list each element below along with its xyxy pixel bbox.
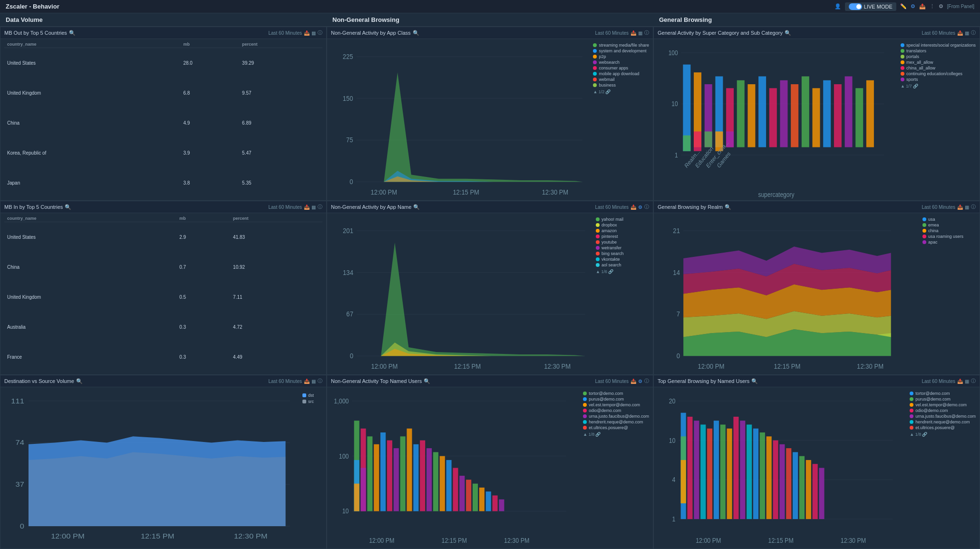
download2-icon[interactable]: 📥 (631, 30, 636, 36)
legend-color-dot (596, 229, 600, 233)
legend-color-dot (910, 414, 913, 418)
svg-rect-112 (433, 452, 438, 511)
info3-icon[interactable]: ⓘ (971, 29, 976, 36)
download5-icon[interactable]: 📥 (631, 205, 636, 210)
download9-icon[interactable]: 📥 (957, 379, 963, 384)
panel-top-users-non-controls: Last 60 Minutes 📥 ⚙ ⓘ (595, 378, 649, 384)
filter6-icon[interactable]: ⚙ (638, 205, 642, 210)
svg-text:37: 37 (15, 480, 24, 488)
filter10-icon[interactable]: ▦ (965, 379, 969, 384)
filter2-icon[interactable]: ▦ (311, 30, 316, 36)
info4-icon[interactable]: ⓘ (318, 204, 322, 210)
svg-rect-21 (683, 136, 690, 151)
legend-item: china (922, 228, 976, 233)
svg-text:0: 0 (20, 522, 24, 530)
svg-rect-148 (760, 432, 765, 519)
panel-app-name-body: 201 134 67 0 12:00 PM 12:15 PM 12:30 PM … (327, 213, 653, 374)
live-mode-toggle[interactable]: LIVE MODE (845, 2, 896, 11)
download8-icon[interactable]: 📥 (631, 379, 636, 384)
info7-icon[interactable]: ⓘ (318, 378, 322, 384)
filter-icon[interactable]: ⚙ (911, 3, 915, 10)
legend-item: websearch (593, 60, 649, 65)
svg-rect-138 (694, 421, 699, 519)
legend-item: vel.est.tempor@demo.com (583, 402, 649, 407)
legend-page: ▲ 1/7 🔗 (901, 84, 976, 88)
filter7-icon[interactable]: ▦ (965, 205, 969, 210)
search-icon[interactable]: 🔍 (69, 30, 76, 36)
legend-color-dot (910, 426, 913, 430)
download7-icon[interactable]: 📥 (304, 379, 310, 384)
dashboard: Data Volume Non-General Browsing General… (0, 13, 980, 549)
filter4-icon[interactable]: ▦ (965, 30, 969, 36)
svg-rect-111 (427, 448, 432, 511)
svg-rect-141 (714, 421, 719, 519)
svg-rect-154 (799, 456, 805, 519)
share-icon[interactable]: 📤 (919, 3, 926, 10)
svg-rect-42 (866, 80, 874, 147)
legend-item: amazon (596, 228, 649, 233)
user-icon[interactable]: 👤 (834, 3, 841, 10)
settings-icon[interactable]: ⚙ (939, 3, 943, 10)
search-icon3[interactable]: 🔍 (785, 30, 791, 36)
legend-item: translators (901, 49, 976, 53)
filter3-icon[interactable]: ▦ (638, 30, 642, 36)
svg-text:12:00 PM: 12:00 PM (369, 537, 394, 544)
search-icon4[interactable]: 🔍 (65, 204, 71, 210)
svg-rect-155 (806, 460, 811, 519)
filter9-icon[interactable]: ⚙ (638, 379, 642, 384)
info5-icon[interactable]: ⓘ (644, 204, 649, 210)
search-icon5[interactable]: 🔍 (413, 204, 420, 210)
info9-icon[interactable]: ⓘ (971, 378, 976, 384)
panel-realm-title: General Browsing by Realm 🔍 (658, 204, 731, 210)
svg-rect-113 (440, 456, 445, 511)
svg-text:12:00 PM: 12:00 PM (698, 362, 724, 370)
filter5-icon[interactable]: ▦ (311, 205, 316, 210)
legend-item: youtube (596, 240, 649, 245)
svg-text:12:00 PM: 12:00 PM (696, 537, 721, 544)
search-icon6[interactable]: 🔍 (725, 204, 731, 210)
filter8-icon[interactable]: ▦ (311, 379, 316, 384)
info6-icon[interactable]: ⓘ (971, 204, 976, 210)
svg-text:100: 100 (339, 452, 349, 460)
panel-top-users-non-header: Non-General Activity Top Named Users 🔍 L… (327, 375, 653, 387)
legend-item: odio@demo.com (910, 408, 976, 413)
info8-icon[interactable]: ⓘ (644, 378, 649, 384)
panel-mb-in-controls: Last 60 Minutes 📥 ▦ ⓘ (268, 204, 322, 210)
legend-color-dot (922, 217, 926, 221)
panel-app-name-title: Non-General Activity by App Name 🔍 (331, 204, 420, 210)
download4-icon[interactable]: 📥 (304, 205, 310, 210)
dst-src-chart: 111 74 37 0 12:00 PM 12:15 PM 12:30 PM (2, 389, 299, 547)
download-icon[interactable]: 📥 (304, 30, 310, 36)
legend-color-dot (596, 223, 600, 227)
svg-rect-34 (780, 80, 787, 147)
svg-rect-23 (694, 131, 701, 151)
legend-item: emea (922, 223, 976, 227)
svg-rect-32 (758, 76, 766, 147)
svg-rect-152 (786, 448, 791, 519)
top-bar-controls: 👤 LIVE MODE ✏️ ⚙ 📤 ⋮ ⚙ [From Panel] (834, 2, 974, 11)
legend-item: aol search (596, 263, 649, 267)
info2-icon[interactable]: ⓘ (644, 29, 649, 36)
svg-rect-122 (499, 500, 504, 511)
section-non-general: Non-General Browsing (327, 13, 653, 27)
search-icon2[interactable]: 🔍 (413, 30, 419, 36)
svg-text:134: 134 (343, 268, 353, 276)
download6-icon[interactable]: 📥 (957, 205, 963, 210)
search-icon9[interactable]: 🔍 (751, 378, 758, 384)
live-toggle-switch[interactable] (849, 3, 862, 10)
svg-text:12:15 PM: 12:15 PM (454, 362, 481, 370)
info-icon[interactable]: ⓘ (318, 29, 322, 36)
more-icon[interactable]: ⋮ (930, 3, 935, 10)
search-icon8[interactable]: 🔍 (424, 378, 430, 384)
svg-rect-40 (845, 76, 853, 147)
panel-mb-out-header: MB Out by Top 5 Countries 🔍 Last 60 Minu… (0, 27, 326, 39)
search-icon7[interactable]: 🔍 (76, 378, 83, 384)
panel-app-name-controls: Last 60 Minutes 📥 ⚙ ⓘ (595, 204, 649, 210)
edit-icon[interactable]: ✏️ (900, 3, 907, 10)
legend-color-dot (901, 55, 904, 59)
legend-color-dot (901, 66, 904, 70)
svg-text:1: 1 (672, 515, 676, 523)
download3-icon[interactable]: 📥 (957, 30, 963, 36)
legend-item: special interests/social organizations (901, 43, 976, 48)
svg-rect-146 (747, 424, 752, 519)
